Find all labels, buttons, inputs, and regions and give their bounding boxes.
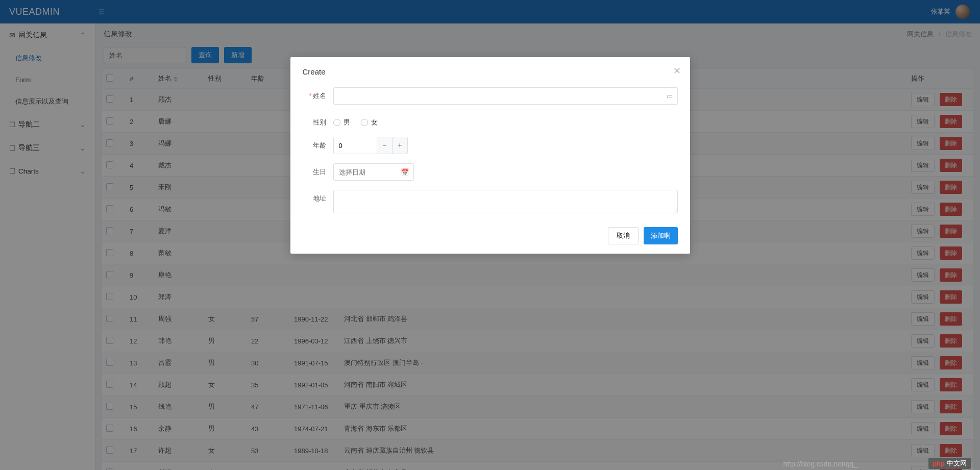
age-input[interactable] <box>334 137 377 154</box>
create-dialog: Create ✕ *姓名 ▭ 性别 男 女 年龄 <box>290 57 690 254</box>
close-icon[interactable]: ✕ <box>673 65 681 77</box>
name-input[interactable] <box>333 87 678 105</box>
cancel-button[interactable]: 取消 <box>608 227 639 244</box>
card-icon: ▭ <box>667 92 673 100</box>
radio-female[interactable]: 女 <box>361 114 378 127</box>
confirm-button[interactable]: 添加啊 <box>644 227 678 244</box>
radio-male[interactable]: 男 <box>333 114 350 127</box>
address-textarea[interactable] <box>333 190 678 213</box>
dialog-title: Create <box>303 67 678 76</box>
age-decrease[interactable]: − <box>377 137 392 154</box>
watermark-logo: php中文网 <box>928 458 971 469</box>
age-stepper[interactable]: − ＋ <box>333 137 408 154</box>
watermark-url: http://blog.csdn.net/qq_ <box>783 460 857 468</box>
age-increase[interactable]: ＋ <box>392 137 407 154</box>
modal-overlay: Create ✕ *姓名 ▭ 性别 男 女 年龄 <box>0 0 980 470</box>
calendar-icon: 📅 <box>401 168 409 176</box>
